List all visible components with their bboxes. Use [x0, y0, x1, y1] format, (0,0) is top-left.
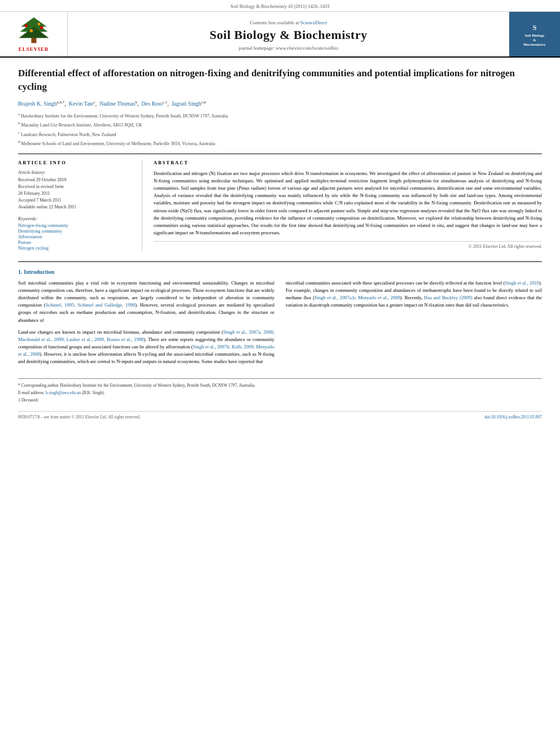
fn-corresponding: * Corresponding author. Hawkesbury Insti… — [18, 382, 542, 388]
svg-text:&: & — [533, 38, 536, 42]
intro-body: Soil microbial communities play a vital … — [18, 279, 542, 370]
intro-left-col: Soil microbial communities play a vital … — [18, 279, 274, 370]
history-label: Article history: — [18, 170, 134, 175]
copyright-line: © 2011 Elsevier Ltd. All rights reserved… — [154, 241, 542, 249]
svg-point-7 — [37, 23, 40, 25]
article-title: Differential effect of afforestation on … — [18, 67, 542, 94]
history-item-5: Available online 22 March 2011 — [18, 204, 134, 210]
fn-email-link[interactable]: b.singh@uws.edu.au — [46, 390, 81, 395]
ref-singh-methane[interactable]: Singh et al., 2007a,b; Menyailo et al., … — [314, 295, 400, 300]
article-info-abstract-section: ARTICLE INFO Article history: Received 2… — [18, 154, 542, 251]
ref-schimel-1995[interactable]: Schimel, 1995; Schimel and Gulledge, 199… — [46, 302, 135, 308]
ref-singh-2010[interactable]: Singh et al., 2010 — [505, 280, 539, 286]
keyword-2[interactable]: Denitrifying community — [18, 229, 134, 234]
bottom-bar: 0038-0717/$ – see front matter © 2011 El… — [18, 411, 542, 420]
affil-a: a Hawkesbury Institute for the Environme… — [18, 111, 542, 120]
history-item-3: 28 February 2011 — [18, 190, 134, 196]
svg-point-5 — [40, 26, 42, 29]
history-item-1: Received 29 October 2010 — [18, 177, 134, 183]
svg-text:Biochemistry: Biochemistry — [523, 42, 546, 47]
introduction-section: 1. Introduction Soil microbial communiti… — [18, 261, 542, 420]
authors-line: Brajesh K. Singha,b,*, Kevin Tatec, Nadi… — [18, 99, 542, 108]
article-info-column: ARTICLE INFO Article history: Received 2… — [18, 160, 142, 251]
ref-singh-2007b[interactable]: Singh et al., 2007b; Kolb, 2009; Menyail… — [18, 344, 274, 357]
article-info-heading: ARTICLE INFO — [18, 160, 134, 165]
sciencedirect-label: Contents lists available at ScienceDirec… — [250, 20, 327, 25]
svg-point-4 — [24, 24, 27, 27]
doi-link[interactable]: doi:10.1016/j.soilbio.2011.03.007 — [484, 414, 542, 420]
history-item-2: Received in revised form — [18, 184, 134, 190]
issn-text: 0038-0717/$ – see front matter © 2011 El… — [18, 414, 141, 420]
journal-citation: Soil Biology & Biochemistry 43 (2011) 14… — [230, 3, 329, 9]
elsevier-brand-text: ELSEVIER — [19, 46, 49, 52]
author-3: Nadine Thomas — [99, 101, 135, 107]
fn-deceased: 1 Deceased. — [18, 397, 542, 403]
journal-title: Soil Biology & Biochemistry — [209, 28, 367, 42]
footnotes: * Corresponding author. Hawkesbury Insti… — [18, 378, 542, 404]
keywords-label: Keywords: — [18, 216, 134, 221]
affil-b: b Macaulay Land Use Research Institute, … — [18, 120, 542, 129]
keywords-section: Keywords: Nitrogen-fixing community Deni… — [18, 216, 134, 251]
sbb-logo-area: S Soil Biology & Biochemistry — [509, 12, 560, 56]
svg-marker-3 — [19, 27, 49, 38]
intro-para-3: Land-use changes are known to impact on … — [18, 329, 274, 366]
journal-header-center: Contents lists available at ScienceDirec… — [68, 12, 509, 56]
history-item-4: Accepted 7 March 2011 — [18, 197, 134, 203]
abstract-column: ABSTRACT Denitrification and nitrogen (N… — [154, 160, 542, 251]
author-4: Des Ross — [142, 101, 163, 107]
svg-point-6 — [29, 29, 32, 32]
elsevier-logo-area: ELSEVIER — [0, 12, 68, 56]
affil-d: d Melbourne Schools of Land and Environm… — [18, 139, 542, 147]
elsevier-tree-icon — [14, 16, 54, 45]
author-2: Kevin Tate — [69, 101, 94, 107]
article-history: Article history: Received 29 October 201… — [18, 170, 134, 211]
sciencedirect-link[interactable]: ScienceDirect — [300, 20, 327, 25]
keyword-1[interactable]: Nitrogen-fixing community — [18, 223, 134, 228]
main-content: Differential effect of afforestation on … — [0, 58, 560, 429]
author-1: Brajesh K. Singh — [18, 101, 57, 107]
keyword-4[interactable]: Pasture — [18, 240, 134, 245]
intro-para-2: microbial communities associated with th… — [286, 279, 542, 309]
affil-c: c Landcare Research, Palmerston North, N… — [18, 130, 542, 138]
author-5: Jagrati Singh — [172, 101, 202, 107]
intro-para-1: Soil microbial communities play a vital … — [18, 279, 274, 324]
ref-hsu-buckley[interactable]: Hsu and Buckley (2009) — [424, 295, 472, 300]
svg-text:Soil Biology: Soil Biology — [524, 33, 545, 38]
sbb-logo-icon: S Soil Biology & Biochemistry — [519, 19, 550, 50]
header-area: ELSEVIER Contents lists available at Sci… — [0, 12, 560, 58]
abstract-text: Denitrification and nitrogen (N) fixatio… — [154, 170, 542, 237]
fn-email: E-mail address: b.singh@uws.edu.au (B.K.… — [18, 390, 542, 396]
intro-title: 1. Introduction — [18, 269, 542, 275]
intro-right-col: microbial communities associated with th… — [286, 279, 542, 370]
ref-singh-2007a[interactable]: Singh et al., 2007a, 2008; Macdonald et … — [18, 329, 274, 342]
journal-homepage: journal homepage: www.elsevier.com/locat… — [239, 45, 338, 51]
keyword-5[interactable]: Nitrogen cycling — [18, 246, 134, 251]
abstract-heading: ABSTRACT — [154, 160, 542, 165]
doi-text: doi:10.1016/j.soilbio.2011.03.007 — [484, 414, 542, 420]
keyword-3[interactable]: Afforestation — [18, 234, 134, 239]
affiliations: a Hawkesbury Institute for the Environme… — [18, 111, 542, 148]
journal-top-bar: Soil Biology & Biochemistry 43 (2011) 14… — [0, 0, 560, 12]
svg-text:S: S — [532, 24, 536, 32]
